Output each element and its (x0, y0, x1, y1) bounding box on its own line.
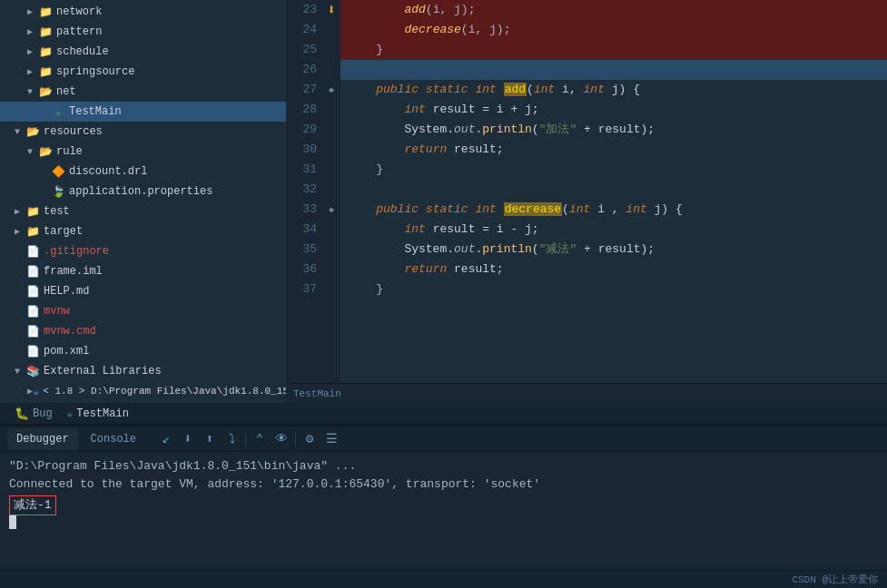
watermark-text: CSDN @让上帝爱你 (792, 573, 878, 586)
md-icon: 📄 (25, 285, 40, 299)
sidebar-item-test[interactable]: ▶ 📁 test (0, 201, 286, 221)
console-line-1: "D:\Program Files\Java\jdk1.8.0_151\bin\… (9, 457, 878, 475)
breakpoint-indicator-icon: ◈ (329, 84, 334, 95)
arrow-icon (15, 347, 25, 357)
toolbar-btn-step-over[interactable]: ⬇ (178, 430, 198, 448)
sidebar-item-label: springsource (56, 65, 134, 78)
jdk-icon: ☕ (33, 385, 39, 398)
sidebar-item-resources[interactable]: ▼ 📂 resources (0, 122, 286, 142)
arrow-icon: ▼ (27, 147, 38, 157)
sidebar-item-label: frame.iml (44, 265, 103, 278)
toolbar-btn-layout[interactable]: ☰ (321, 430, 341, 448)
code-text: System.out.println("减法" + result); (348, 240, 655, 260)
console-cursor (9, 515, 16, 529)
sidebar-item-jdk[interactable]: ▶ ☕ < 1.8 > D:\Program Files\Java\jdk1.8… (0, 381, 286, 401)
debug-tab-testmain[interactable]: ☕ TestMain (60, 404, 136, 424)
sidebar-item-label: rule (56, 145, 83, 158)
code-line-32 (340, 180, 887, 200)
sidebar-item-network[interactable]: ▶ 📁 network (0, 2, 286, 22)
gutter: ⬇ ◈ ◈ (322, 0, 340, 383)
debug-tab-testmain-label: TestMain (76, 407, 129, 420)
console-path-text: "D:\Program Files\Java\jdk1.8.0_151\bin\… (9, 457, 356, 475)
code-editor: 23 24 25 26 27 28 29 30 31 32 33 34 35 3… (286, 0, 887, 383)
code-text: System.out.println("加法" + result); (348, 120, 655, 140)
code-line-30: return result; (340, 140, 887, 160)
debug-tab-bug[interactable]: 🐛 Bug (7, 404, 60, 424)
gutter-cell-32 (322, 180, 340, 200)
sidebar-item-gitignore[interactable]: 📄 .gitignore (0, 241, 286, 261)
editor-footer: TestMain (286, 383, 887, 403)
sidebar-item-label: discount.drl (69, 165, 147, 178)
arrow-icon: ▼ (15, 367, 25, 377)
gutter-cell-23: ⬇ (322, 0, 340, 20)
sidebar-item-testmain[interactable]: ☕ TestMain (0, 102, 286, 122)
arrow-icon: ▶ (27, 46, 38, 57)
arrow-icon: ▶ (27, 66, 38, 77)
sidebar: ▶ 📁 network ▶ 📁 pattern ▶ 📁 schedule ▶ 📁… (0, 0, 286, 403)
sidebar-item-pom[interactable]: 📄 pom.xml (0, 341, 286, 361)
gutter-cell-28 (322, 100, 340, 120)
sidebar-item-label: application.properties (69, 185, 212, 198)
code-content[interactable]: add(i, j); decrease(i, j); } public (340, 0, 887, 383)
tab-debugger-label: Debugger (16, 433, 69, 446)
toolbar-btn-watches[interactable]: 👁 (271, 430, 291, 448)
arrow-icon (15, 247, 25, 257)
sidebar-item-app-properties[interactable]: 🍃 application.properties (0, 181, 286, 201)
main-area: ▶ 📁 network ▶ 📁 pattern ▶ 📁 schedule ▶ 📁… (0, 0, 887, 403)
sidebar-item-frame-iml[interactable]: 📄 frame.iml (0, 261, 286, 281)
gutter-cell-37 (322, 279, 340, 299)
watermark-footer: CSDN @让上帝爱你 (0, 570, 887, 588)
sidebar-item-rule[interactable]: ▼ 📂 rule (0, 142, 286, 162)
sidebar-item-label: pattern (56, 25, 102, 38)
gutter-cell-35 (322, 240, 340, 260)
console-line-3: 减法-1 (9, 494, 878, 515)
sidebar-item-mvnw-cmd[interactable]: 📄 mvnw.cmd (0, 321, 286, 341)
sidebar-item-net[interactable]: ▼ 📂 net (0, 82, 286, 102)
toolbar-btn-run-cursor[interactable]: ⤵ (222, 430, 241, 448)
toolbar-btn-evaluate[interactable]: ⌃ (250, 430, 270, 448)
bottom-tabs: Debugger Console ↙ ⬇ ⬆ ⤵ ⌃ 👁 ⚙ ☰ (0, 426, 887, 452)
bug-icon: 🐛 (15, 407, 29, 421)
sidebar-item-label: mvnw.cmd (44, 325, 96, 338)
code-text: return result; (348, 140, 504, 160)
code-line-29: System.out.println("加法" + result); (340, 120, 887, 140)
folder-open-icon: 📂 (38, 145, 53, 159)
sidebar-item-label: HELP.md (44, 285, 89, 298)
gutter-cell-34 (322, 220, 340, 240)
sidebar-item-label: TestMain (69, 105, 122, 118)
arrow-icon: ▼ (27, 87, 38, 97)
sidebar-item-springsource[interactable]: ▶ 📁 springsource (0, 62, 286, 82)
sidebar-item-label: target (44, 225, 83, 238)
gitignore-icon: 📄 (25, 245, 40, 259)
code-text: int result = i - j; (348, 220, 539, 240)
code-text: add(i, j); (348, 0, 475, 20)
console-cursor-line (9, 515, 878, 529)
sidebar-item-schedule[interactable]: ▶ 📁 schedule (0, 42, 286, 62)
java-file-icon: ☕ (51, 106, 65, 118)
toolbar-btn-arrow-down[interactable]: ↙ (156, 430, 176, 448)
tab-console[interactable]: Console (82, 428, 145, 450)
sidebar-item-label: pom.xml (44, 345, 89, 358)
sidebar-item-pattern[interactable]: ▶ 📁 pattern (0, 22, 286, 42)
sidebar-item-mvnw[interactable]: 📄 mvnw (0, 301, 286, 321)
sidebar-item-discount-drl[interactable]: 🔶 discount.drl (0, 162, 286, 181)
gutter-cell-36 (322, 260, 340, 279)
bottom-panel: Debugger Console ↙ ⬇ ⬆ ⤵ ⌃ 👁 ⚙ ☰ "D:\Pro… (0, 425, 887, 588)
code-line-24: decrease(i, j); (340, 20, 887, 40)
toolbar-btn-settings[interactable]: ⚙ (300, 430, 320, 448)
toolbar-btn-step-out[interactable]: ⬆ (200, 430, 220, 448)
sidebar-item-external-libs[interactable]: ▼ 📚 External Libraries (0, 361, 286, 381)
code-line-27: public static int add(int i, int j) { (340, 80, 887, 100)
folder-icon: 📁 (38, 25, 53, 39)
sidebar-item-target[interactable]: ▶ 📁 target (0, 221, 286, 241)
toolbar-separator (245, 432, 246, 446)
arrow-icon: ▼ (15, 127, 25, 137)
console-line-2: Connected to the target VM, address: '12… (9, 475, 878, 494)
arrow-icon: ▶ (15, 226, 25, 237)
sidebar-item-label: resources (44, 125, 103, 138)
code-text: int result = i + j; (348, 100, 539, 120)
tab-debugger[interactable]: Debugger (7, 428, 78, 450)
folder-icon: 📁 (25, 225, 40, 239)
sidebar-item-help-md[interactable]: 📄 HELP.md (0, 281, 286, 301)
console-connected-text: Connected to the target VM, address: '12… (9, 475, 540, 494)
